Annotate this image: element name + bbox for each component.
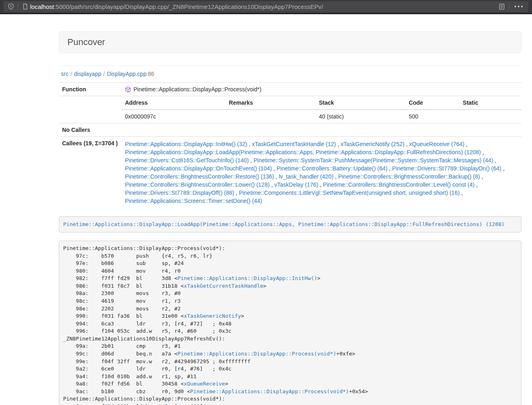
table-row-details: Address Remarks Stack Code Static 0x0000… — [59, 96, 521, 123]
callee-link[interactable]: Pinetime::Applications::DisplayApp::Init… — [125, 141, 247, 147]
remarks-value — [226, 110, 316, 123]
col-header-static: Static — [459, 96, 521, 110]
menu-dots-icon[interactable] — [513, 6, 524, 7]
page-icon — [22, 3, 28, 10]
breadcrumb-link[interactable]: DisplayApp.cpp: — [107, 71, 148, 77]
function-table: Function Pinetime::Applications::Display… — [59, 82, 521, 208]
url-bar[interactable]: localhost:5000/path/src/displayapp/Displ… — [4, 1, 528, 12]
symbol-cube-icon — [125, 86, 131, 93]
function-row-label: Function — [59, 83, 122, 96]
breadcrumb: src/displayapp/DisplayApp.cpp:86 — [61, 71, 521, 77]
details-row: 0x0000097c 40 (static) 500 — [122, 110, 521, 123]
page-container: Puncover src/displayapp/DisplayApp.cpp:8… — [59, 31, 521, 405]
col-header-address: Address — [122, 96, 226, 110]
col-header-stack: Stack — [316, 96, 406, 110]
table-row-no-callers: No Callers — [59, 123, 521, 137]
col-header-remarks: Remarks — [226, 96, 316, 110]
callee-link[interactable]: Pinetime::Applications::DisplayApp::Load… — [125, 149, 481, 155]
breadcrumb-line-number: 86 — [148, 71, 155, 77]
table-row-callees: Callees (19, Σ=3704 ) Pinetime::Applicat… — [59, 137, 521, 209]
reader-mode-icon[interactable] — [498, 3, 505, 10]
browser-toolbar: localhost:5000/path/src/displayapp/Displ… — [0, 0, 532, 14]
url-path: :5000/path/src/displayapp/DisplayApp.cpp… — [54, 3, 323, 10]
shield-icon[interactable] — [8, 3, 14, 10]
code-value: 500 — [405, 110, 459, 123]
static-value — [459, 110, 521, 123]
callee-link[interactable]: vTaskDelay (176) — [274, 181, 318, 188]
assembly-symbol-link[interactable]: Pinetime::Applications::DisplayApp::Proc… — [177, 351, 336, 357]
url-text: localhost:5000/path/src/displayapp/Displ… — [30, 3, 498, 10]
callee-link[interactable]: Pinetime::Controllers::BrightnessControl… — [125, 181, 269, 188]
no-callers-label: No Callers — [59, 123, 122, 137]
url-host: localhost — [30, 3, 54, 10]
function-name: Pinetime::Applications::DisplayApp::Proc… — [134, 86, 261, 93]
header-panel: Puncover — [59, 31, 521, 53]
callee-link[interactable]: Pinetime::Applications::Screens::Timer::… — [125, 198, 262, 204]
assembly-symbol-link[interactable]: Pinetime::Applications::DisplayApp::Init… — [177, 275, 317, 281]
assembly-symbol-link[interactable]: Pinetime::Applications::DisplayApp::Proc… — [190, 388, 349, 394]
callee-link[interactable]: xTaskGenericNotify (252) — [340, 141, 404, 147]
col-header-code: Code — [405, 96, 459, 110]
loadapp-code-block: Pinetime::Applications::DisplayApp::Load… — [59, 216, 521, 233]
callee-link[interactable]: xTaskGetCurrentTaskHandle (12) — [252, 141, 336, 147]
page-actions — [498, 3, 524, 10]
urlbar-divider — [18, 3, 18, 10]
breadcrumb-link[interactable]: displayapp — [74, 71, 101, 77]
breadcrumb-link[interactable]: src — [61, 71, 69, 77]
callee-link[interactable]: Pinetime::Controllers::BrightnessControl… — [338, 173, 480, 180]
callee-link[interactable]: lv_task_handler (420) — [279, 173, 334, 180]
breadcrumb-separator: / — [69, 71, 74, 77]
details-table: Address Remarks Stack Code Static 0x0000… — [122, 96, 521, 123]
breadcrumb-separator: / — [101, 71, 107, 77]
callee-link[interactable]: Pinetime::Drivers::St7789::DisplayOff() … — [125, 190, 234, 196]
stack-value: 40 (static) — [316, 110, 406, 123]
callee-link[interactable]: Pinetime::Applications::DisplayApp::OnTo… — [125, 165, 272, 172]
assembly-listing: Pinetime::Applications::DisplayApp::Proc… — [59, 241, 521, 405]
callee-link[interactable]: Pinetime::Drivers::Cst816S::GetTouchInfo… — [125, 157, 249, 164]
callees-label: Callees (19, Σ=3704 ) — [59, 137, 122, 209]
assembly-symbol-link[interactable]: xTaskGetCurrentTaskHandle — [184, 283, 263, 289]
address-value: 0x0000097c — [122, 110, 226, 123]
callee-link[interactable]: Pinetime::System::SystemTask::PushMessag… — [254, 157, 493, 164]
callee-link[interactable]: Pinetime::Drivers::St7789::DisplayOn() (… — [392, 165, 501, 172]
callee-link[interactable]: Pinetime::Components::LittleVgl::SetNewT… — [239, 190, 460, 196]
callee-link[interactable]: xQueueReceive (764) — [409, 141, 464, 147]
actions-divider — [509, 3, 509, 10]
callee-link[interactable]: Pinetime::Controllers::BrightnessControl… — [323, 181, 474, 188]
callee-link[interactable]: Pinetime::Controllers::BrightnessControl… — [125, 173, 274, 180]
callee-link[interactable]: Pinetime::Controllers::Battery::Update()… — [277, 165, 388, 172]
callees-list: Pinetime::Applications::DisplayApp::Init… — [122, 137, 521, 209]
assembly-symbol-link[interactable]: xQueueReceive — [184, 381, 225, 387]
table-row-function: Function Pinetime::Applications::Display… — [59, 83, 521, 96]
assembly-symbol-link[interactable]: xTaskGenericNotify — [184, 313, 241, 319]
loadapp-link[interactable]: Pinetime::Applications::DisplayApp::Load… — [63, 221, 505, 227]
app-title: Puncover — [67, 37, 513, 47]
divider — [59, 65, 521, 66]
